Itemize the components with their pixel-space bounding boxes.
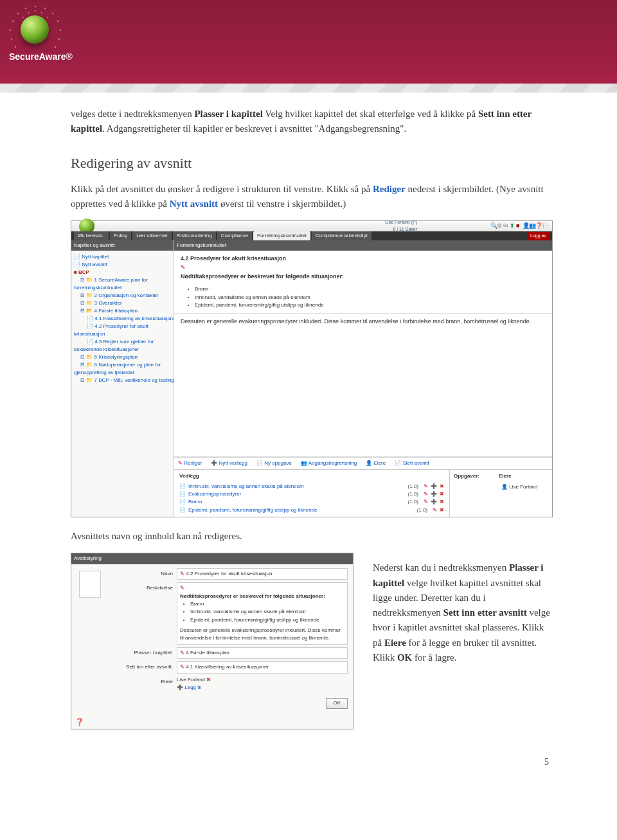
section-subtitle: Nødtiltaksprosedyrer er beskrevet for fø… xyxy=(181,273,344,280)
svg-point-3 xyxy=(57,21,58,22)
svg-point-8 xyxy=(17,13,19,14)
main-header: Forretningskontinuitet xyxy=(174,240,552,251)
owners-label: Eiere xyxy=(109,676,173,686)
tree-item[interactable]: ⊟ 📁 7 BCP - Mål, vedlikehold og testing xyxy=(74,377,171,384)
attachment-link[interactable]: Innbrudd, vandalisme og annen skade på e… xyxy=(188,483,304,490)
logout-button[interactable]: Logg av xyxy=(527,232,550,240)
tasks-header: Oppgaver: xyxy=(454,472,479,480)
new-attachment-link[interactable]: ➕ Nytt vedlegg xyxy=(211,460,247,467)
section-title: 4.2 Prosedyrer for akutt krisesituasjon xyxy=(181,255,286,262)
owner-badge: Lise Forland xyxy=(177,677,205,683)
name-label: Navn xyxy=(109,568,173,578)
svg-point-10 xyxy=(10,30,11,31)
tab-active[interactable]: Forretningskontinuitet xyxy=(253,231,310,240)
page-content: velges dette i nedtrekksmenyen Plasser i… xyxy=(0,84,617,789)
svg-point-6 xyxy=(55,46,56,48)
page-number: 5 xyxy=(71,755,553,769)
sidebar-tree: 📄 Nytt kapittel 📄 Nytt avsnitt ■ BCP ⊟ 📁… xyxy=(71,251,174,517)
attachments-header: Vedlegg xyxy=(179,472,444,480)
tab[interactable]: Policy xyxy=(110,231,131,240)
tree-item[interactable]: 📄 4.3 Regler som gjelder for xyxy=(74,338,171,346)
name-input[interactable]: ✎ 4.2 Prosedyrer for akutt krisesituasjo… xyxy=(177,568,348,580)
tree-item[interactable]: ⊟ 📁 2 Organisasjon og kontakter xyxy=(74,292,171,299)
edit-link[interactable]: ✎ Rediger xyxy=(178,460,202,467)
svg-point-2 xyxy=(52,13,53,14)
tree-item[interactable]: ⊟ 📁 1 SecureAware plan for xyxy=(74,276,171,284)
new-section-link[interactable]: 📄 Nytt avsnitt xyxy=(74,261,171,269)
add-owner-link[interactable]: Legg til xyxy=(184,684,201,690)
svg-point-14 xyxy=(41,12,42,13)
svg-point-12 xyxy=(15,46,16,48)
tree-item[interactable]: 📄 4.1 Klassifisering av krisesituasjoner xyxy=(74,315,171,323)
new-chapter-link[interactable]: 📄 Nytt kapittel xyxy=(74,253,171,261)
doc-icon: 📄 xyxy=(179,483,186,490)
tree-item[interactable]: gjenoppretting av tjenester xyxy=(74,369,171,377)
svg-point-15 xyxy=(28,12,30,13)
tree-item[interactable]: krisesituasjon xyxy=(74,330,171,338)
section-description: Dessuten er generelle evakueringsprosedy… xyxy=(174,314,552,456)
edit-icon[interactable]: ✎ xyxy=(181,264,186,271)
svg-point-11 xyxy=(11,39,12,40)
description-label: Beskrivelse xyxy=(109,582,173,592)
tab[interactable]: Lær sikkerhet xyxy=(132,231,171,240)
action-bar: ✎ Rediger ➕ Nytt vedlegg 📄 Ny oppgave 👥 … xyxy=(174,457,552,469)
delete-section-link[interactable]: 📄 Slett avsnitt xyxy=(395,460,429,467)
access-restriction-link[interactable]: 👥 Adgangsbegrensning xyxy=(301,460,357,467)
doc-thumb-icon xyxy=(79,571,101,598)
svg-point-0 xyxy=(35,6,36,7)
screenshot-2: Avsittstyring Navn ✎ 4.2 Prosedyrer for … xyxy=(71,553,353,729)
add-icon[interactable]: ➕ xyxy=(177,684,183,690)
insert-after-label: Sett inn etter avsnitt: xyxy=(109,661,173,671)
svg-point-7 xyxy=(25,8,26,9)
brand-name: SecureAware® xyxy=(9,51,73,62)
tab[interactable]: Compliance arbeidsflyt xyxy=(312,231,371,240)
toolbar-icons[interactable]: 🔍⚙✉⬆■👤👥❓🏳️ xyxy=(490,222,548,231)
owner-name: Lise Forland xyxy=(509,484,537,490)
sidebar-header: Kapitler og avsnitt xyxy=(71,240,174,251)
tab[interactable]: Risikovurdering xyxy=(173,231,216,240)
svg-point-16 xyxy=(47,17,48,18)
doc-icon: 📄 xyxy=(179,490,186,498)
panel-header: Avsittstyring xyxy=(71,553,353,564)
owners-link[interactable]: 👤 Eiere xyxy=(366,460,386,467)
svg-point-9 xyxy=(12,21,13,22)
section-header-block: 4.2 Prosedyrer for akutt krisesituasjon … xyxy=(174,251,552,314)
right-column-text: Nederst kan du i nedtrekksmenyen Plasser… xyxy=(373,553,553,674)
place-in-chapter-select[interactable]: ✎ 4 Første tiltaksplan xyxy=(177,647,348,659)
header-banner: SecureAware® xyxy=(0,0,617,84)
tree-item-selected[interactable]: 📄 4.2 Prosedyrer for akutt xyxy=(74,323,171,330)
attachment-link[interactable]: Brann xyxy=(188,498,202,506)
svg-point-5 xyxy=(58,39,60,40)
tree-item[interactable]: forretningskontinuitet xyxy=(74,284,171,292)
tree-item[interactable]: ⊟ 📂 4 Første tiltaksplan xyxy=(74,307,171,315)
bullet: Brann xyxy=(195,285,546,293)
svg-point-1 xyxy=(44,8,46,9)
tree-item[interactable]: ⊟ 📁 6 Nødoperasjoner og plan for xyxy=(74,361,171,369)
bullet: Innbrudd, vandalisme og annen skade på e… xyxy=(195,294,546,301)
tab[interactable]: Compliance xyxy=(217,231,252,240)
remove-owner-icon[interactable]: ✖ xyxy=(206,677,211,683)
caption-1: Avsnittets navn og innhold kan nå redige… xyxy=(71,529,553,544)
tab[interactable]: Øk bevisst.. xyxy=(74,231,109,240)
brand-sphere xyxy=(21,15,49,44)
svg-point-13 xyxy=(35,10,36,12)
intro-paragraph: velges dette i nedtrekksmenyen Plasser i… xyxy=(71,107,553,137)
description-input[interactable]: ✎ Nødtiltaksprosedyrer er beskrevet for … xyxy=(177,582,348,645)
svg-point-17 xyxy=(22,17,24,18)
owners-header: Eiere xyxy=(499,472,512,480)
help-icon[interactable]: ❓ xyxy=(71,715,353,729)
attachment-link[interactable]: Epidemi, pandemi, forurensning/giftig ut… xyxy=(188,506,317,514)
tree-item[interactable]: ⊟ 📁 5 Krisestyringsplan xyxy=(74,353,171,361)
insert-after-select[interactable]: ✎ 4.1 Klassifisering av krisesituasjoner xyxy=(177,661,348,673)
section-heading: Redigering av avsnitt xyxy=(71,152,553,174)
section-paragraph: Klikk på det avsnittet du ønsker å redig… xyxy=(71,182,553,212)
doc-icon: 📄 xyxy=(179,498,186,506)
place-in-chapter-label: Plasser i kapittel: xyxy=(109,647,173,657)
bcp-root[interactable]: ■ BCP xyxy=(74,269,171,276)
tree-item[interactable]: ⊟ 📁 3 Oversikter xyxy=(74,299,171,307)
ok-button[interactable]: OK xyxy=(326,698,348,708)
new-task-link[interactable]: 📄 Ny oppgave xyxy=(256,460,292,467)
tree-item[interactable]: eskalerende krisesituasjoner xyxy=(74,346,171,353)
user-icon: 👤 xyxy=(501,484,508,490)
attachment-link[interactable]: Evakueringsprosedyrer xyxy=(188,490,241,498)
